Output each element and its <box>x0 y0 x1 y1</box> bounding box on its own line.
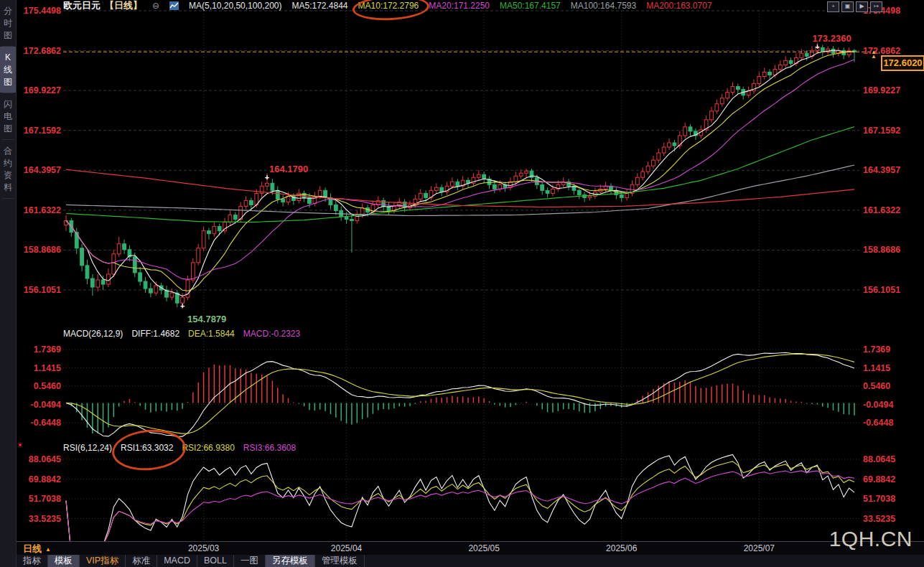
current-price-tag: 172.6020 <box>881 55 924 71</box>
toolbar-tab-1[interactable]: 指标 <box>16 555 48 567</box>
main-axis-label-right: 161.6322 <box>863 205 915 215</box>
layout-split-icon[interactable]: + <box>827 1 839 12</box>
chart-canvas <box>0 0 924 567</box>
x-axis-label: 2025/05 <box>468 543 499 553</box>
dropdown-arrow-icon: ▲ <box>45 546 51 553</box>
macd-axis-label-left: -0.6448 <box>18 418 61 428</box>
main-axis-label-left: 172.6862 <box>18 46 61 56</box>
main-axis-label-left: 158.8686 <box>18 245 61 255</box>
rsi-axis-label-right: 88.0645 <box>863 454 915 464</box>
toolbar-tab-2[interactable]: 模板 <box>48 555 80 567</box>
sidebar-item-4[interactable]: 合约资料 <box>0 140 16 198</box>
main-axis-label-left: 164.3957 <box>18 165 61 175</box>
main-axis-label-left: 156.1051 <box>18 285 61 295</box>
bottom-toolbar: 指标模板VIP指标标准MACDBOLL一图另存模板管理模板 <box>16 555 924 567</box>
toolbar-tab-5[interactable]: MACD <box>157 555 197 567</box>
macd-axis-label-right: 1.7369 <box>863 345 915 355</box>
sidebar-item-label: 闪电图 <box>3 98 13 135</box>
sidebar-item-label: 分时图 <box>3 5 13 42</box>
rsi-axis-label-right: 69.8842 <box>863 474 915 484</box>
macd-axis-label-right: -0.0494 <box>863 400 915 410</box>
sidebar-item-label: 合约资料 <box>3 145 13 194</box>
macd-axis-label-left: -0.0494 <box>18 400 61 410</box>
macd-axis-label-right: 1.1415 <box>863 363 915 373</box>
main-axis-label-left: 169.9227 <box>18 85 61 95</box>
toolbar-tab-8[interactable]: 另存模板 <box>266 555 315 567</box>
macd-header: MACD(26,12,9) DIFF:1.4682 DEA:1.5844 MAC… <box>63 329 300 339</box>
period-label: 日线 <box>23 543 42 556</box>
rsi-axis-label-left: 33.5235 <box>18 514 61 524</box>
x-axis-label: 2025/07 <box>744 543 775 553</box>
macd-axis-label-left: 1.1415 <box>18 363 61 373</box>
x-axis-label: 2025/04 <box>331 543 362 553</box>
sidebar-item-2[interactable]: K线图 <box>0 47 16 93</box>
macd-axis-label-left: 0.5460 <box>18 381 61 391</box>
trading-terminal: 分时图K线图闪电图合约资料 欧元日元 【日线】 ⊖ MA(5,10,20,50,… <box>0 0 924 567</box>
ma-chip-MA200: MA200:163.0707 <box>646 1 711 11</box>
toolbar-tab-6[interactable]: BOLL <box>197 555 234 567</box>
sidebar-item-3[interactable]: 闪电图 <box>0 93 16 139</box>
ma-chip-MA5: MA5:172.4844 <box>291 1 347 11</box>
toolbar-tab-9[interactable]: 管理模板 <box>315 555 365 567</box>
high-price-label: 173.2360 <box>812 33 851 44</box>
rsi2-value: RSI2:66.9380 <box>182 443 234 453</box>
chart-type-sidebar: 分时图K线图闪电图合约资料 <box>0 0 17 567</box>
panel-expand-icon[interactable]: ↦ <box>870 1 882 12</box>
ma-chip-MA50: MA50:167.4157 <box>500 1 561 11</box>
macd-axis-label-right: 0.5460 <box>863 381 915 391</box>
main-axis-label-left: 161.6322 <box>18 205 61 215</box>
swing-high-price-label: 164.1790 <box>269 164 308 174</box>
period-tag: 【日线】 <box>105 0 142 12</box>
price-up-arrows-icon: ▲▲ <box>871 50 877 59</box>
sidebar-item-label: K线图 <box>3 52 13 88</box>
macd-dea-value: DEA:1.5844 <box>188 329 235 339</box>
rsi-axis-label-left: 69.8842 <box>18 474 61 484</box>
period-selector[interactable]: 日线 ▲ <box>23 543 51 556</box>
watermark: 1QH.CN <box>829 527 913 551</box>
window-controls: +▣▶↦ <box>827 1 882 12</box>
time-axis-bar: 日线 ▲ 2025/032025/042025/052025/062025/07 <box>16 541 924 556</box>
macd-value: MACD:-0.2323 <box>243 329 300 339</box>
rsi3-value: RSI3:66.3608 <box>243 443 296 453</box>
main-axis-label-right: 156.1051 <box>863 285 915 295</box>
main-axis-label-right: 164.3957 <box>863 165 915 175</box>
main-axis-label-right: 169.9227 <box>863 85 915 95</box>
macd-diff-value: DIFF:1.4682 <box>131 329 179 339</box>
x-axis-label: 2025/06 <box>606 543 637 553</box>
collapse-icon[interactable]: ⊖ <box>152 1 159 11</box>
rsi-axis-label-right: 51.7038 <box>863 494 915 504</box>
symbol-title: 欧元日元 <box>63 0 101 12</box>
chart-type-icon[interactable] <box>169 1 179 10</box>
ma-chip-MA100: MA100:164.7593 <box>571 1 636 11</box>
indicator-settings-icon[interactable]: ☀ <box>17 441 24 450</box>
ma-chip-MA20: MA20:171.2250 <box>429 1 490 11</box>
panel-chart-icon[interactable]: ▣ <box>841 1 854 12</box>
panel-play-icon[interactable]: ▶ <box>856 1 868 12</box>
macd-axis-label-left: 1.7369 <box>18 345 61 355</box>
main-axis-label-left: 167.1592 <box>18 126 61 136</box>
rsi-axis-label-left: 88.0645 <box>18 454 61 464</box>
rsi-title: RSI(6,12,24) <box>63 443 112 453</box>
main-axis-label-right: 158.8686 <box>863 245 915 255</box>
low-price-label: 154.7879 <box>187 314 226 324</box>
sidebar-item-1[interactable]: 分时图 <box>0 0 16 46</box>
up-arrow-icon: ▲ <box>871 55 877 59</box>
main-axis-label-right: 167.1592 <box>863 126 915 136</box>
toolbar-tab-3[interactable]: VIP指标 <box>80 555 126 567</box>
x-axis-label: 2025/03 <box>188 543 219 553</box>
ma-settings-label: MA(5,10,20,50,100,200) <box>189 1 281 11</box>
macd-axis-label-right: -0.6448 <box>863 418 915 428</box>
macd-title: MACD(26,12,9) <box>63 329 123 339</box>
sidebar-divider <box>2 198 14 199</box>
main-axis-label-left: 175.4498 <box>18 6 61 16</box>
toolbar-tab-7[interactable]: 一图 <box>234 555 266 567</box>
rsi-axis-label-left: 51.7038 <box>18 494 61 504</box>
extreme-cross-marker: + <box>180 301 185 310</box>
rsi-axis-label-right: 33.5235 <box>863 514 915 524</box>
toolbar-tab-4[interactable]: 标准 <box>126 555 157 567</box>
